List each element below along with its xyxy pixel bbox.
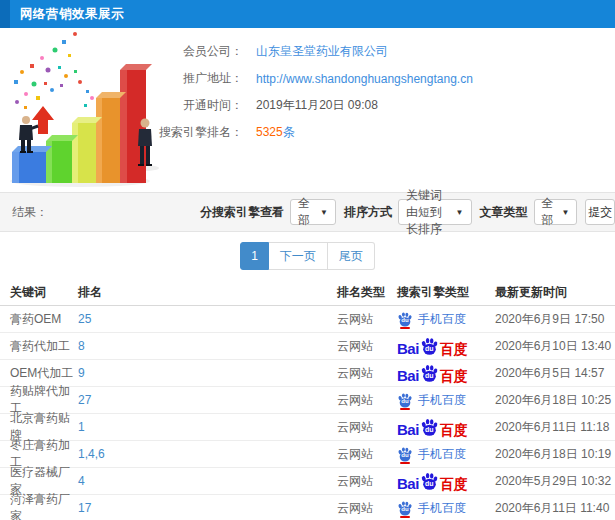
table-row: 药贴牌代加工 27 云网站 du手机百度 2020年6月18日 10:25: [0, 387, 615, 414]
rank-type-cell: 云网站: [337, 500, 397, 517]
chevron-down-icon: ▼: [562, 208, 570, 217]
mobile-baidu-logo: du手机百度: [397, 310, 466, 329]
info-row-company: 会员公司： 山东皇圣堂药业有限公司: [0, 38, 615, 65]
baidu-logo-cn: 百度: [440, 423, 468, 437]
table-row: 膏药代加工 8 云网站 Baidu百度 2020年6月10日 13:40: [0, 333, 615, 360]
next-page-button[interactable]: 下一页: [269, 242, 328, 270]
sort-select[interactable]: 关键词由短到长排序 ▼: [398, 199, 472, 225]
baidu-logo: Baidu百度: [397, 337, 468, 356]
mobile-baidu-du: du: [397, 452, 413, 458]
mobile-baidu-du: du: [397, 506, 413, 512]
promo-url-label: 推广地址：: [0, 70, 243, 87]
engine-cell: du手机百度: [397, 310, 495, 329]
rank-link[interactable]: 9: [78, 366, 85, 380]
rank-count-label: 搜索引擎排名：: [0, 124, 243, 141]
sort-select-value: 关键词由短到长排序: [406, 187, 448, 238]
rank-link[interactable]: 8: [78, 339, 85, 353]
mobile-baidu-paw-icon: du: [397, 310, 413, 329]
updated-time-cell: 2020年6月11日 11:18: [495, 419, 615, 436]
chevron-down-icon: ▼: [320, 208, 328, 217]
col-header-rank-type: 排名类型: [337, 284, 397, 301]
table-row: 枣庄膏药加工 1,4,6 云网站 du手机百度 2020年6月18日 10:19: [0, 441, 615, 468]
baidu-logo-du: du: [420, 345, 439, 352]
mobile-baidu-logo: du手机百度: [397, 499, 466, 518]
engine-select-value: 全部: [298, 195, 312, 229]
article-type-select[interactable]: 全部 ▼: [534, 199, 578, 225]
keyword-rank-table: 关键词 排名 排名类型 搜索引擎类型 最新更新时间 膏药OEM 25 云网站 d…: [0, 280, 615, 520]
col-header-keyword: 关键词: [0, 284, 78, 301]
last-page-button[interactable]: 尾页: [328, 242, 375, 270]
article-type-value: 全部: [542, 195, 554, 229]
updated-time-cell: 2020年6月18日 10:19: [495, 446, 615, 463]
mobile-baidu-du: du: [397, 317, 413, 323]
mobile-baidu-paw-icon: du: [397, 499, 413, 518]
rank-link[interactable]: 4: [78, 474, 85, 488]
table-header-row: 关键词 排名 排名类型 搜索引擎类型 最新更新时间: [0, 280, 615, 306]
company-label: 会员公司：: [0, 43, 243, 60]
baidu-logo-bai: Bai: [397, 368, 419, 383]
rank-link[interactable]: 1,4,6: [78, 447, 105, 461]
mobile-baidu-redbar: [400, 516, 410, 518]
rank-count-value: 5325: [256, 125, 283, 139]
keyword-cell: OEM代加工: [0, 365, 78, 382]
baidu-logo-du: du: [420, 426, 439, 433]
table-row: 菏泽膏药厂家 17 云网站 du手机百度 2020年6月11日 11:40: [0, 495, 615, 520]
engine-cell: du手机百度: [397, 391, 495, 410]
engine-filter-label: 分搜索引擎查看: [200, 204, 284, 221]
mobile-baidu-redbar: [400, 408, 410, 410]
rank-link[interactable]: 27: [78, 393, 91, 407]
pagination: 1 下一页 尾页: [0, 232, 615, 280]
page-1-button[interactable]: 1: [240, 242, 269, 270]
col-header-updated: 最新更新时间: [495, 284, 615, 301]
baidu-logo-cn: 百度: [440, 477, 468, 491]
baidu-logo: Baidu百度: [397, 472, 468, 491]
mobile-baidu-logo: du手机百度: [397, 445, 466, 464]
chevron-down-icon: ▼: [456, 208, 464, 217]
baidu-logo-bai: Bai: [397, 476, 419, 491]
result-label: 结果：: [12, 204, 48, 221]
table-row: 膏药OEM 25 云网站 du手机百度 2020年6月9日 17:50: [0, 306, 615, 333]
rank-link[interactable]: 25: [78, 312, 91, 326]
mobile-baidu-label: 手机百度: [418, 500, 466, 517]
baidu-paw-icon: du: [420, 418, 439, 437]
rank-type-cell: 云网站: [337, 419, 397, 436]
account-summary-section: 会员公司： 山东皇圣堂药业有限公司 推广地址： http://www.shand…: [0, 28, 615, 192]
rank-type-cell: 云网站: [337, 392, 397, 409]
mobile-baidu-paw-icon: du: [397, 445, 413, 464]
col-header-rank: 排名: [78, 284, 337, 301]
rank-type-cell: 云网站: [337, 311, 397, 328]
rank-link[interactable]: 1: [78, 420, 85, 434]
keyword-cell: 菏泽膏药厂家: [0, 491, 78, 520]
baidu-paw-icon: du: [420, 472, 439, 491]
keyword-cell: 膏药OEM: [0, 311, 78, 328]
mobile-baidu-redbar: [400, 327, 410, 329]
updated-time-cell: 2020年6月10日 13:40: [495, 338, 615, 355]
updated-time-cell: 2020年6月9日 17:50: [495, 311, 615, 328]
engine-select[interactable]: 全部 ▼: [290, 199, 336, 225]
engine-cell: du手机百度: [397, 445, 495, 464]
baidu-logo-du: du: [420, 372, 439, 379]
engine-cell: Baidu百度: [397, 472, 495, 491]
page-title: 网络营销效果展示: [20, 0, 124, 28]
promo-url-link[interactable]: http://www.shandonghuangshengtang.cn: [256, 72, 473, 86]
updated-time-cell: 2020年5月29日 10:32: [495, 473, 615, 490]
table-body: 膏药OEM 25 云网站 du手机百度 2020年6月9日 17:50 膏药代加…: [0, 306, 615, 520]
baidu-logo-bai: Bai: [397, 341, 419, 356]
article-type-label: 文章类型: [480, 204, 528, 221]
updated-time-cell: 2020年6月18日 10:25: [495, 392, 615, 409]
rank-link[interactable]: 17: [78, 501, 91, 515]
table-row: 医疗器械厂家 4 云网站 Baidu百度 2020年5月29日 10:32: [0, 468, 615, 495]
engine-cell: Baidu百度: [397, 418, 495, 437]
col-header-engine: 搜索引擎类型: [397, 284, 495, 301]
mobile-baidu-label: 手机百度: [418, 311, 466, 328]
open-time-label: 开通时间：: [0, 97, 243, 114]
rank-type-cell: 云网站: [337, 446, 397, 463]
company-link[interactable]: 山东皇圣堂药业有限公司: [256, 43, 388, 60]
baidu-paw-icon: du: [420, 364, 439, 383]
page-header: 网络营销效果展示: [0, 0, 615, 28]
sort-filter-label: 排序方式: [344, 204, 392, 221]
baidu-logo: Baidu百度: [397, 418, 468, 437]
submit-button[interactable]: 提交: [585, 199, 615, 225]
info-row-open-time: 开通时间： 2019年11月20日 09:08: [0, 92, 615, 119]
header-accent-bar: [0, 0, 10, 28]
